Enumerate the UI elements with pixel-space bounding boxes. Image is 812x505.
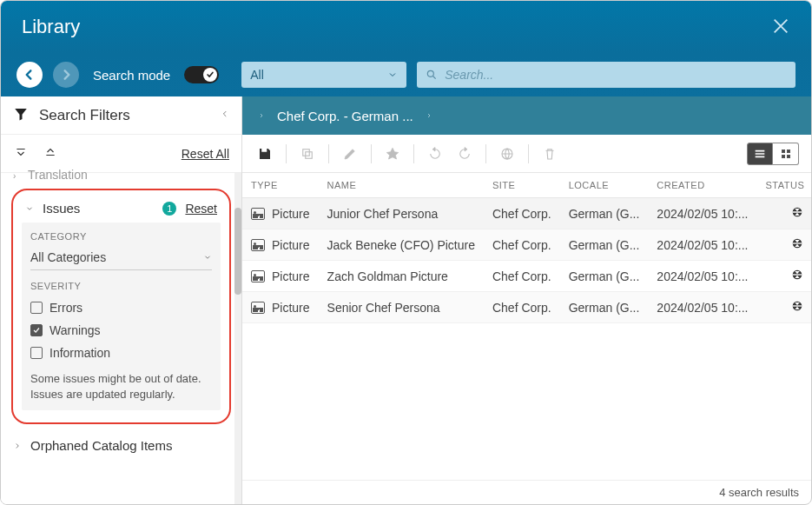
search-box[interactable] (417, 62, 795, 88)
footer: 4 search results (242, 480, 811, 504)
checkbox-icon (30, 347, 43, 359)
search-mode-toggle[interactable] (184, 66, 219, 83)
issues-label: Issues (43, 201, 154, 216)
search-input[interactable] (445, 68, 787, 82)
status-icon (790, 208, 804, 222)
filter-orphaned-catalog-items[interactable]: Orphaned Catalog Items (13, 433, 229, 458)
table-row[interactable]: PictureJack Beneke (CFO) PictureChef Cor… (242, 229, 811, 261)
chevron-down-icon (387, 70, 398, 80)
refresh-right-button (454, 143, 475, 164)
window-title: Library (22, 16, 80, 38)
separator (485, 144, 486, 163)
chevron-down-icon (203, 253, 212, 262)
chevron-down-icon (25, 202, 34, 216)
category-heading: CATEGORY (30, 231, 212, 242)
category-value: All Categories (30, 250, 106, 264)
status-icon (790, 239, 804, 253)
scope-dropdown-label: All (250, 68, 264, 82)
table-row[interactable]: PictureZach Goldman PictureChef Corp.Ger… (242, 261, 811, 292)
close-icon[interactable] (771, 17, 790, 38)
orphaned-label: Orphaned Catalog Items (30, 438, 229, 453)
separator (528, 144, 529, 163)
svg-rect-7 (787, 155, 789, 157)
chevron-right-icon: › (13, 171, 16, 181)
cell-site: Chef Corp. (484, 261, 560, 292)
col-name[interactable]: NAME (319, 173, 484, 198)
grid-view-button[interactable] (773, 143, 799, 165)
filter-issues-header[interactable]: Issues 1 Reset (22, 199, 221, 223)
copy-button (297, 143, 318, 164)
picture-icon (251, 239, 265, 251)
cell-site: Chef Corp. (484, 229, 560, 261)
cell-name: Senior Chef Persona (319, 292, 484, 323)
status-icon (790, 270, 804, 284)
content-area: Chef Corp. - German ... (242, 96, 811, 504)
body: Search Filters Reset All › (1, 96, 811, 504)
collapse-sidebar-button[interactable] (221, 108, 229, 123)
cell-name: Junior Chef Persona (319, 198, 484, 229)
expand-all-button[interactable] (13, 146, 29, 161)
severity-errors-checkbox[interactable]: Errors (30, 296, 212, 319)
chevron-right-icon[interactable] (426, 110, 432, 121)
table-row[interactable]: PictureSenior Chef PersonaChef Corp.Germ… (242, 292, 811, 323)
cell-created: 2024/02/05 10:... (648, 292, 756, 323)
breadcrumb: Chef Corp. - German ... (242, 96, 811, 135)
severity-information-label: Information (50, 346, 110, 360)
cell-locale: German (G... (560, 229, 649, 261)
cell-created: 2024/02/05 10:... (648, 198, 756, 229)
cell-type: Picture (272, 207, 310, 221)
issues-reset-link[interactable]: Reset (185, 202, 217, 216)
cell-locale: German (G... (560, 261, 649, 292)
bookmark-button (382, 143, 403, 164)
breadcrumb-text[interactable]: Chef Corp. - German ... (277, 109, 413, 123)
search-icon (426, 69, 438, 81)
cell-name: Zach Goldman Picture (319, 261, 484, 292)
reset-all-link[interactable]: Reset All (182, 147, 229, 161)
sidebar-scrollbar[interactable] (234, 173, 241, 504)
svg-rect-5 (787, 150, 789, 152)
scrollbar-thumb[interactable] (234, 208, 241, 295)
issues-count-badge: 1 (162, 202, 176, 216)
svg-rect-6 (782, 155, 784, 157)
chevron-right-icon[interactable] (258, 110, 265, 121)
col-locale[interactable]: LOCALE (560, 173, 649, 198)
col-type[interactable]: TYPE (242, 173, 319, 198)
severity-heading: SEVERITY (30, 281, 212, 291)
picture-icon (251, 270, 265, 282)
titlebar: Library (1, 1, 811, 53)
col-created[interactable]: CREATED (648, 173, 756, 198)
search-filters-title: Search Filters (39, 107, 130, 124)
results-table: TYPE NAME SITE LOCALE CREATED STATUS Pic… (242, 173, 811, 323)
category-select[interactable]: All Categories (30, 247, 212, 270)
checkbox-checked-icon (30, 324, 43, 336)
save-button[interactable] (254, 143, 275, 164)
toggle-knob (203, 68, 217, 82)
severity-warnings-checkbox[interactable]: Warnings (30, 319, 212, 342)
table-row[interactable]: PictureJunior Chef PersonaChef Corp.Germ… (242, 198, 811, 229)
issues-body: CATEGORY All Categories SEVERITY Errors … (22, 223, 221, 410)
picture-icon (251, 302, 265, 314)
col-site[interactable]: SITE (484, 173, 560, 198)
filter-translation[interactable]: › Translation (1, 164, 241, 189)
cell-name: Jack Beneke (CFO) Picture (319, 229, 484, 261)
severity-information-checkbox[interactable]: Information (30, 342, 212, 364)
cell-locale: German (G... (560, 198, 649, 229)
nav-back-button[interactable] (17, 62, 43, 88)
cell-site: Chef Corp. (484, 292, 560, 323)
cell-locale: German (G... (560, 292, 649, 323)
cell-site: Chef Corp. (484, 198, 560, 229)
scope-dropdown[interactable]: All (241, 62, 406, 88)
separator (286, 144, 287, 163)
cell-type: Picture (272, 238, 310, 252)
funnel-icon (13, 106, 29, 124)
separator (413, 144, 414, 163)
collapse-all-button[interactable] (43, 146, 58, 161)
list-view-button[interactable] (747, 143, 773, 165)
delete-button (539, 143, 560, 164)
separator (328, 144, 329, 163)
globe-button (497, 143, 518, 164)
svg-rect-1 (303, 149, 310, 156)
view-toggle (747, 143, 799, 165)
col-status[interactable]: STATUS (756, 173, 811, 198)
cell-type: Picture (272, 301, 310, 315)
